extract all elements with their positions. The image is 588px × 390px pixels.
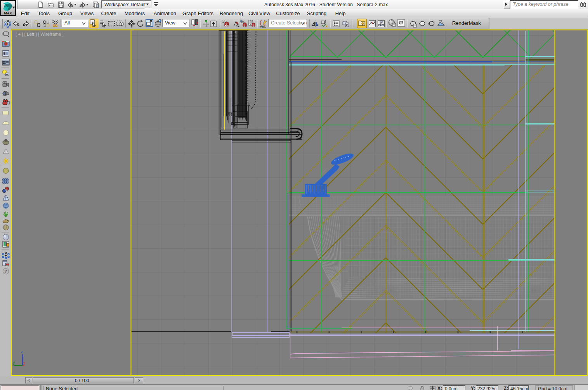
svg-text:x: x [23,361,25,365]
svg-text:y: y [13,361,15,365]
svg-text:3: 3 [222,19,225,24]
svg-text:ABC: ABC [260,25,266,28]
svg-text:?: ? [5,269,7,274]
svg-text:z: z [21,350,23,354]
